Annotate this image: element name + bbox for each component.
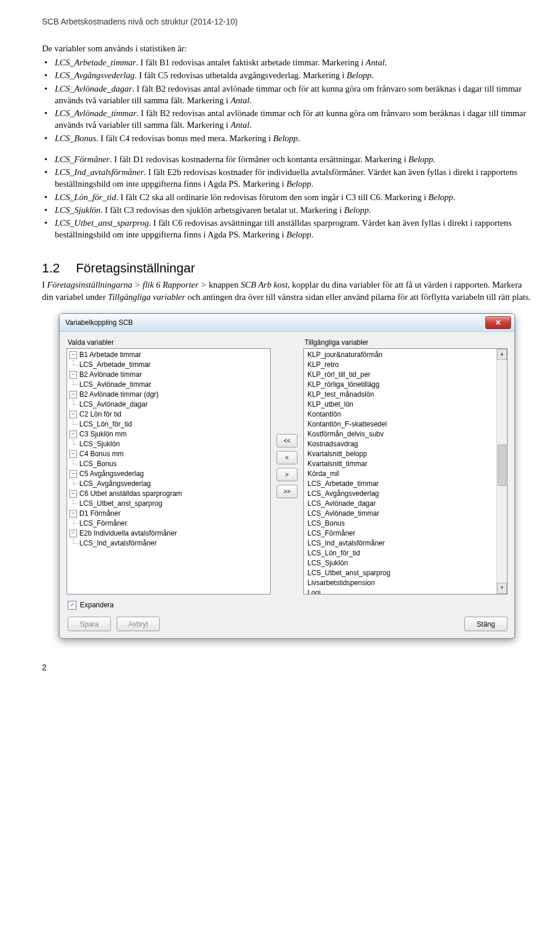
move-left-button[interactable]: < [276, 451, 298, 464]
intro-text: De variabler som används i statistiken ä… [42, 43, 532, 54]
section-heading: 1.2 Företagsinställningar [42, 260, 532, 277]
tree-parent-node[interactable]: −C3 Sjuklön mm [69, 429, 269, 439]
close-dialog-button[interactable]: Stäng [464, 617, 508, 631]
list-item[interactable]: Kvartalsnitt_belopp [306, 449, 506, 459]
close-button[interactable]: ✕ [485, 316, 511, 329]
list-item[interactable]: KLP_rörliga_lönetillägg [306, 380, 506, 390]
tree-parent-node[interactable]: −B1 Arbetade timmar [69, 350, 269, 360]
selected-variables-tree[interactable]: −B1 Arbetade timmarLCS_Arbetade_timmar−B… [66, 348, 271, 594]
tree-child-node[interactable]: LCS_Lön_för_tid [69, 419, 269, 429]
collapse-icon[interactable]: − [69, 351, 77, 359]
scroll-down-icon[interactable]: ▼ [497, 583, 507, 594]
tree-parent-node[interactable]: −E2b Individuella avtalsförmåner [69, 529, 269, 538]
list-item[interactable]: LCS_Bonus [306, 519, 506, 529]
collapse-icon[interactable]: − [69, 470, 77, 478]
section-title: Företagsinställningar [76, 261, 195, 275]
list-item[interactable]: KLP_utbet_lön [306, 400, 506, 410]
collapse-icon[interactable]: − [69, 490, 77, 498]
list-item[interactable]: Kostförmån_delvis_subv [306, 429, 506, 439]
tree-child-node[interactable]: LCS_Bonus [69, 459, 269, 469]
tree-child-node[interactable]: LCS_Avgångsvederlag [69, 479, 269, 489]
list-item[interactable]: LCS_Utbet_anst_sparprog [306, 568, 506, 578]
tree-parent-node[interactable]: −C5 Avgångsvederlag [69, 469, 269, 479]
collapse-icon[interactable]: − [69, 431, 77, 438]
bullet-item: LCS_Utbet_anst_sparprog. I fält C6 redov… [55, 217, 532, 241]
dialog-window: Variabelkoppling SCB ✕ Valda variabler −… [59, 313, 515, 639]
expand-checkbox-label: Expandera [80, 600, 114, 610]
dialog-titlebar[interactable]: Variabelkoppling SCB ✕ [60, 314, 514, 332]
section-number: 1.2 [42, 260, 72, 277]
tree-child-node[interactable]: LCS_Avlönade_timmar [69, 380, 269, 390]
collapse-icon[interactable]: − [69, 391, 77, 398]
list-item[interactable]: Kostnadsavdrag [306, 439, 506, 449]
right-pane-label: Tillgängliga variabler [304, 338, 508, 347]
list-item[interactable]: KLP_rörl_till_tid_per [306, 370, 506, 380]
tree-child-node[interactable]: LCS_Avlönade_dagar [69, 400, 269, 410]
bullet-item: LCS_Avgångsvederlag. I fält C5 redovisas… [55, 69, 532, 81]
list-item[interactable]: LCS_Avgångsvederlag [306, 489, 506, 499]
list-item[interactable]: Kontantlön [306, 410, 506, 419]
cancel-button[interactable]: Avbryt [117, 617, 160, 631]
list-item[interactable]: Livsarbetstidspension [306, 578, 506, 588]
bullet-list-a: LCS_Arbetade_timmar. I fält B1 redovisas… [42, 57, 532, 144]
section-paragraph: I Företagsinställningarna > flik 6 Rappo… [42, 279, 532, 303]
list-item[interactable]: LCS_Lön_för_tid [306, 548, 506, 558]
list-item[interactable]: LCS_Förmåner [306, 529, 506, 538]
bullet-item: LCS_Sjuklön. I fält C3 redovisas den sju… [55, 204, 532, 216]
dialog-title: Variabelkoppling SCB [65, 318, 485, 327]
move-all-right-button[interactable]: >> [276, 485, 298, 498]
page-number: 2 [42, 662, 532, 673]
bullet-item: LCS_Förmåner. I fält D1 redovisas kostna… [55, 153, 532, 165]
tree-parent-node[interactable]: −C4 Bonus mm [69, 449, 269, 459]
list-item[interactable]: KLP_jour&naturaförmån [306, 350, 506, 360]
tree-parent-node[interactable]: −B2 Avlönade timmar (dgr) [69, 390, 269, 400]
list-item[interactable]: Kontantlön_F-skattesedel [306, 419, 506, 429]
move-right-button[interactable]: > [276, 468, 298, 481]
close-icon: ✕ [495, 318, 501, 327]
save-button[interactable]: Spara [68, 617, 111, 631]
bullet-item: LCS_Bonus. I fält C4 redovisas bonus med… [55, 132, 532, 144]
left-pane-label: Valda variabler [68, 338, 271, 347]
checkbox-icon: ✓ [68, 601, 76, 610]
collapse-icon[interactable]: − [69, 371, 77, 379]
list-item[interactable]: LCS_Sjuklön [306, 558, 506, 568]
bullet-item: LCS_Ind_avtalsförmåner. I fält E2b redov… [55, 166, 532, 190]
expand-checkbox[interactable]: ✓ Expandera [68, 600, 114, 610]
tree-child-node[interactable]: LCS_Arbetade_timmar [69, 360, 269, 370]
list-item[interactable]: LCS_Avlönade_dagar [306, 499, 506, 509]
collapse-icon[interactable]: − [69, 530, 77, 537]
list-item[interactable]: Kvartalsnitt_timmar [306, 459, 506, 469]
bullet-item: LCS_Arbetade_timmar. I fält B1 redovisas… [55, 57, 532, 68]
bullet-item: LCS_Lön_för_tid. I fält C2 ska all ordin… [55, 191, 532, 203]
tree-parent-node[interactable]: −D1 Förmåner [69, 509, 269, 519]
tree-parent-node[interactable]: −C2 Lön för tid [69, 410, 269, 419]
move-all-left-button[interactable]: << [276, 434, 298, 447]
scrollbar[interactable]: ▲ ▼ [496, 349, 507, 594]
bullet-list-b: LCS_Förmåner. I fält D1 redovisas kostna… [42, 153, 532, 241]
tree-child-node[interactable]: LCS_Ind_avtalsförmåner [69, 538, 269, 548]
scroll-thumb[interactable] [498, 445, 506, 486]
collapse-icon[interactable]: − [69, 510, 77, 517]
available-variables-list[interactable]: KLP_jour&naturaförmånKLP_retroKLP_rörl_t… [303, 348, 508, 594]
tree-child-node[interactable]: LCS_Sjuklön [69, 439, 269, 449]
collapse-icon[interactable]: − [69, 450, 77, 458]
list-item[interactable]: KLP_test_månadslön [306, 390, 506, 400]
intro-paragraph: De variabler som används i statistiken ä… [42, 43, 532, 54]
list-item[interactable]: LCS_Arbetade_timmar [306, 479, 506, 489]
bullet-item: LCS_Avlönade_dagar. I fält B2 redovisas … [55, 83, 532, 107]
tree-child-node[interactable]: LCS_Förmåner [69, 519, 269, 529]
bullet-item: LCS_Avlönade_timmar. I fält B2 redovisas… [55, 107, 532, 131]
list-item[interactable]: LCS_Avlönade_timmar [306, 509, 506, 519]
document-header: SCB Arbetskostnadens nivå och struktur (… [42, 16, 532, 27]
tree-parent-node[interactable]: −C6 Utbet anställdas sparprogram [69, 489, 269, 499]
list-item[interactable]: KLP_retro [306, 360, 506, 370]
list-item[interactable]: Körda_mil [306, 469, 506, 479]
list-item[interactable]: LCS_Ind_avtalsförmåner [306, 538, 506, 548]
list-item[interactable]: Logi [306, 588, 506, 594]
transfer-buttons: << < > >> [275, 338, 299, 594]
tree-parent-node[interactable]: −B2 Avlönade timmar [69, 370, 269, 380]
tree-child-node[interactable]: LCS_Utbet_anst_sparprog [69, 499, 269, 509]
collapse-icon[interactable]: − [69, 411, 77, 418]
